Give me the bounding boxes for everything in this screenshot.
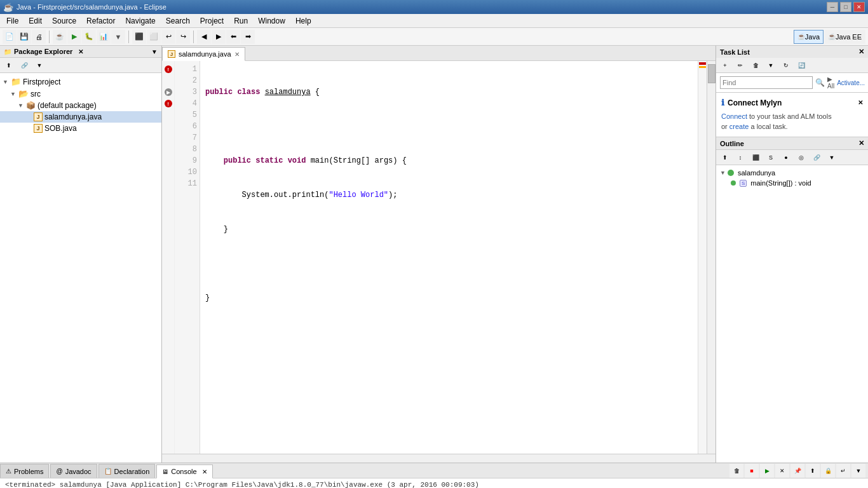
tree-sob[interactable]: J SOB.java [0,123,161,134]
next-edit-button[interactable]: ➡ [241,30,255,44]
menu-refactor[interactable]: Refactor [81,15,120,27]
ol-dot1[interactable]: ● [779,151,793,165]
editor-vscrollbar-thumb[interactable] [708,64,715,83]
menu-source[interactable]: Source [47,15,81,27]
tree-salamdunya[interactable]: J salamdunya.java [0,111,161,123]
tl-search-area: 🔍 ▶ All Activate... [716,73,868,92]
prev-edit-button[interactable]: ⬅ [226,30,240,44]
tl-sync[interactable]: 🔄 [794,58,808,72]
pe-collapse-all[interactable]: ⬆ [2,58,16,72]
menu-file[interactable]: File [1,15,24,27]
menu-edit[interactable]: Edit [24,15,47,27]
tl-delete[interactable]: 🗑 [749,58,763,72]
ol-dot2[interactable]: ◎ [794,151,808,165]
console-menu[interactable]: ▼ [851,464,865,478]
tree-firstproject[interactable]: ▼ 📁 Firstproject [0,76,161,88]
debug-button[interactable]: 🐛 [82,30,96,44]
save-button[interactable]: 💾 [17,30,31,44]
code-line-2 [205,121,693,132]
ol-hide-static[interactable]: S [764,151,778,165]
console-word-wrap[interactable]: ↵ [836,464,850,478]
perspective-javaee[interactable]: ☕ Java EE [824,30,865,44]
tl-search-input[interactable] [720,76,813,89]
package-explorer-close[interactable]: ✕ [78,48,83,55]
tab-problems[interactable]: ⚠ Problems [0,464,49,478]
run-last-button[interactable]: ▼ [111,30,125,44]
tl-edit[interactable]: ✏ [733,58,747,72]
tab-label: salamdunya.java [179,50,231,58]
sob-label: SOB.java [44,124,77,133]
console-clear-btn[interactable]: 🗑 [729,464,743,478]
connect-link[interactable]: Connect [721,112,747,120]
pe-view-menu-btn[interactable]: ▼ [32,58,46,72]
print-button[interactable]: 🖨 [32,30,46,44]
package-explorer-header: 📁 Package Explorer ✕ ▼ [0,46,161,58]
toolbar-edit-4[interactable]: ↪ [176,30,190,44]
toolbar-edit-2[interactable]: ⬜ [147,30,161,44]
ol-method-node[interactable]: S main(String[]) : void [717,178,867,188]
close-button[interactable]: ✕ [853,2,865,12]
tab-close-button[interactable]: ✕ [234,51,240,58]
bottom-tabs: ⚠ Problems @ Javadoc 📋 Declaration 🖥 Con… [0,463,868,478]
toolbar-edit-3[interactable]: ↩ [161,30,175,44]
back-button[interactable]: ◀ [197,30,211,44]
console-scroll-lock[interactable]: 🔒 [821,464,835,478]
console-rerun-btn[interactable]: ▶ [760,464,774,478]
tl-close[interactable]: ✕ [858,48,864,56]
cm-close[interactable]: ✕ [858,99,863,106]
tab-console[interactable]: 🖥 Console ✕ [156,464,212,478]
ol-link[interactable]: 🔗 [810,151,824,165]
ol-close[interactable]: ✕ [858,139,864,147]
console-pin-btn[interactable]: 📌 [790,464,804,478]
editor-hscrollbar[interactable] [162,454,715,463]
menu-help[interactable]: Help [290,15,316,27]
pe-view-menu[interactable]: ▼ [151,48,158,55]
project-label: Firstproject [23,78,60,86]
title-bar: ☕ Java - Firstproject/src/salamdunya.jav… [0,0,868,14]
tl-refresh[interactable]: ↻ [779,58,793,72]
menu-search[interactable]: Search [161,15,195,27]
console-close[interactable]: ✕ [202,468,207,475]
perspective-java[interactable]: ☕ Java [794,30,824,44]
cm-text: Connect to your task and ALM toolsor cre… [721,111,863,132]
minimize-button[interactable]: ─ [827,2,838,12]
editor-tab-salamdunya[interactable]: J salamdunya.java ✕ [162,47,245,61]
ol-class-node[interactable]: ▼ salamdunya [717,168,867,178]
ol-sort[interactable]: ↕ [733,151,747,165]
code-editor[interactable]: public class salamdunya { public static … [200,61,698,454]
toolbar-edit-1[interactable]: ⬛ [132,30,146,44]
tl-activate-label[interactable]: Activate... [837,79,865,86]
tl-filter[interactable]: ▼ [764,58,778,72]
tl-header-btns: ✕ [858,48,864,56]
tab-declaration[interactable]: 📋 Declaration [98,464,156,478]
overview-ruler [698,61,707,454]
console-terminate-btn[interactable]: ✕ [775,464,789,478]
console-open-btn[interactable]: ⬆ [806,464,820,478]
menu-navigate[interactable]: Navigate [120,15,160,27]
create-link[interactable]: create [729,123,749,130]
tl-new[interactable]: + [718,58,732,72]
menu-run[interactable]: Run [229,15,253,27]
pe-link-editor[interactable]: 🔗 [17,58,31,72]
forward-button[interactable]: ▶ [212,30,226,44]
tree-default-package[interactable]: ▼ 📦 (default package) [0,100,161,111]
ol-menu[interactable]: ▼ [825,151,839,165]
menu-window[interactable]: Window [253,15,290,27]
run-button[interactable]: ▶ [67,30,81,44]
gutter-error-2: ! [165,100,172,107]
editor-vscrollbar[interactable] [707,61,715,454]
code-line-3: public static void main(String[] args) { [205,155,693,166]
outline-panel: Outline ✕ ⬆ ↕ ⬛ S ● ◎ 🔗 ▼ ▼ sa [716,137,868,463]
code-line-6 [205,258,693,269]
menu-project[interactable]: Project [195,15,229,27]
ol-collapse[interactable]: ⬆ [718,151,732,165]
tree-src[interactable]: ▼ 📂 src [0,88,161,100]
outline-title: Outline [720,140,744,147]
toolbar-new-java[interactable]: ☕ [53,30,67,44]
maximize-button[interactable]: □ [840,2,851,12]
console-stop-btn[interactable]: ■ [745,464,759,478]
tab-javadoc[interactable]: @ Javadoc [50,464,97,478]
coverage-button[interactable]: 📊 [97,30,111,44]
new-button[interactable]: 📄 [3,30,17,44]
ol-hide-fields[interactable]: ⬛ [749,151,763,165]
